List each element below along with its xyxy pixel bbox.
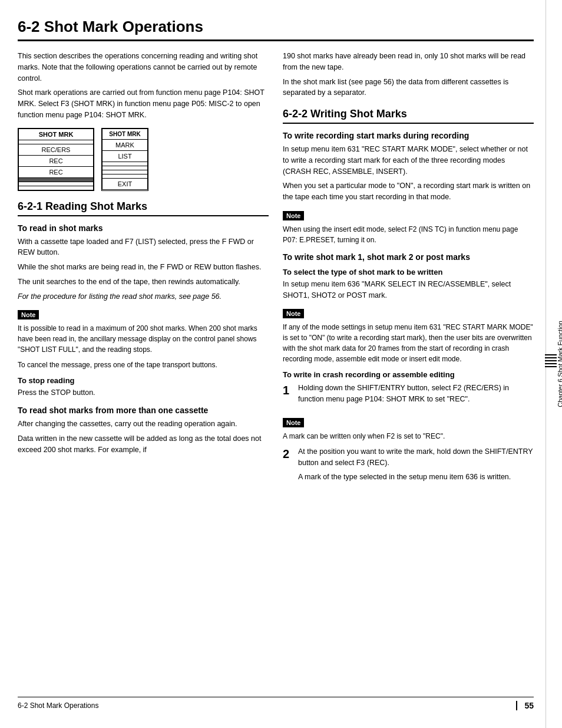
step-2-text: At the position you want to write the ma… [298,446,534,469]
read-in-title: To read in shot marks [18,223,269,233]
read-in-p1: With a cassette tape loaded and F7 (LIST… [18,236,269,259]
step-2-content: At the position you want to write the ma… [298,446,534,486]
footer-left-text: 6-2 Shot Mark Operations [18,701,509,710]
write-rec-p1: In setup menu item 631 "REC START MARK M… [283,144,534,177]
write-rec-p2: When you set a particular mode to "ON", … [283,180,534,203]
note-label-4: Note [283,418,304,427]
select-type-p: In setup menu item 636 "MARK SELECT IN R… [283,279,534,301]
write-shot-mark-title: To write shot mark 1, shot mark 2 or pos… [283,252,534,262]
right-intro-2: In the shot mark list (see page 56) the … [283,77,534,99]
read-in-p2: While the shot marks are being read in, … [18,262,269,273]
diagram-left: SHOT MRK REC/ERS REC REC [18,128,94,191]
step-2: 2 At the position you want to write the … [283,446,534,486]
step-1-num: 1 [283,383,293,409]
note-label-1: Note [18,310,39,319]
note-read-p2: To cancel the message, press one of the … [18,360,269,370]
side-line-1 [545,354,557,355]
footer: 6-2 Shot Mark Operations 55 [18,697,534,710]
left-column: This section describes the operations co… [18,51,269,685]
side-line-4 [545,363,557,364]
side-line-5 [545,366,557,367]
side-tab: Chapter 6 Shot Mark Function [546,0,562,728]
read-in-italic: For the procedure for listing the read s… [18,291,269,302]
section-622-title: 6-2-2 Writing Shot Marks [283,108,534,124]
crash-rec-title: To write in crash recording or assemble … [283,370,534,379]
intro-para-1: This section describes the operations co… [18,51,269,84]
stop-reading-title: To stop reading [18,376,269,385]
write-rec-title: To write recording start marks during re… [283,131,534,140]
step-2-p2: A mark of the type selected in the setup… [298,472,534,483]
multi-cassette-p2: Data written in the new cassette will be… [18,433,269,456]
side-line-2 [545,357,557,358]
note-insert-p: When using the insert edit mode, select … [283,224,534,245]
note-label-2: Note [283,211,304,220]
multi-cassette-p1: After changing the cassettes, carry out … [18,419,269,430]
step-1: 1 Holding down the SHIFT/ENTRY button, s… [283,383,534,409]
footer-page-number: 55 [516,701,534,710]
chapter-title: 6-2 Shot Mark Operations [18,18,534,41]
page: 6-2 Shot Mark Operations This section de… [0,0,562,728]
right-intro-1: 190 shot marks have already been read in… [283,51,534,73]
side-line-3 [545,360,557,361]
two-col-layout: This section describes the operations co… [18,51,534,685]
step-1-text: Holding down the SHIFT/ENTRY button, sel… [298,383,534,405]
side-tab-label: Chapter 6 Shot Mark Function [557,321,563,407]
step-2-num: 2 [283,446,293,486]
section-621-title: 6-2-1 Reading Shot Marks [18,200,269,216]
note-label-3: Note [283,309,304,318]
note-read-p1: It is possible to read in a maximum of 2… [18,323,269,355]
multi-cassette-title: To read shot marks from more than one ca… [18,406,269,415]
right-column: 190 shot marks have already been read in… [283,51,534,685]
stop-reading-p: Press the STOP button. [18,387,269,398]
intro-para-2: Shot mark operations are carried out fro… [18,87,269,120]
note-mode-p: If any of the mode settings in setup men… [283,322,534,364]
step-1-content: Holding down the SHIFT/ENTRY button, sel… [298,383,534,409]
diagram-container: SHOT MRK REC/ERS REC REC SHOT MRK [18,128,269,191]
diagram-right: SHOT MRK MARK LIST EXIT [101,128,148,191]
main-content: 6-2 Shot Mark Operations This section de… [0,0,546,728]
select-type-title: To select the type of shot mark to be wr… [283,268,534,276]
note-step1-p: A mark can be written only when F2 is se… [283,431,534,442]
read-in-p3: The unit searches to the end of the tape… [18,276,269,288]
